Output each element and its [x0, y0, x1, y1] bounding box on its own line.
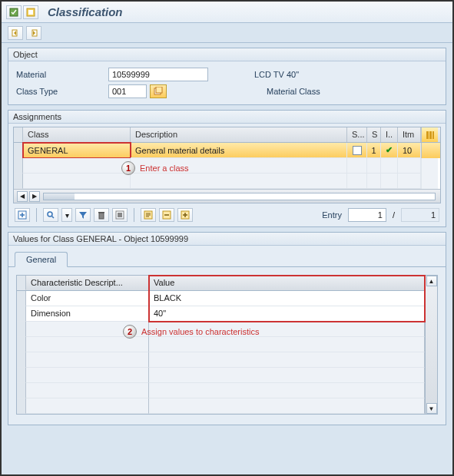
scrollbar-thumb[interactable] [44, 193, 75, 200]
entry-separator: / [393, 210, 395, 220]
scroll-right-icon[interactable]: ▶ [29, 191, 40, 202]
tab-general[interactable]: General [15, 252, 68, 267]
detail-icon[interactable] [141, 208, 156, 222]
cell-status-icon [381, 174, 398, 189]
expand-icon[interactable] [177, 208, 193, 222]
assignments-panel-header: Assignments [8, 111, 446, 124]
classtype-search-help-icon[interactable] [150, 84, 167, 98]
cell-item [398, 158, 421, 174]
assignments-header-row: Class Description S... S I.. Itm [14, 127, 440, 143]
table-row-empty[interactable] [17, 383, 425, 398]
row-selector[interactable] [17, 322, 26, 337]
table-row-empty[interactable] [17, 352, 425, 368]
cell-description [131, 174, 347, 189]
prev-object-icon[interactable] [8, 26, 23, 40]
column-header-icon[interactable]: I.. [381, 127, 398, 142]
table-row-empty[interactable] [17, 337, 425, 352]
cell-standard-checkbox [347, 158, 367, 174]
entry-current-input[interactable]: 1 [348, 208, 386, 222]
scroll-down-icon[interactable]: ▼ [426, 403, 437, 414]
material-description: LCD TV 40" [254, 70, 299, 79]
column-header-char-description[interactable]: Characteristic Descript... [26, 276, 149, 290]
svg-rect-12 [99, 213, 104, 219]
values-tab-strip: General [8, 246, 446, 267]
table-row[interactable]: Dimension 40" [17, 306, 425, 322]
filter-icon[interactable] [75, 208, 91, 222]
row-selector[interactable] [17, 291, 26, 306]
values-table: Characteristic Descript... Value Color B… [16, 275, 426, 415]
find-dropdown-icon[interactable]: ▾ [61, 208, 72, 222]
collapse-icon[interactable] [159, 208, 174, 222]
page-title: Classification [48, 5, 123, 18]
cell-class[interactable]: GENERAL [23, 143, 131, 158]
secondary-toolbar [2, 23, 452, 43]
row-selector[interactable] [14, 158, 23, 174]
row-selector[interactable] [17, 398, 26, 414]
material-input[interactable]: 10599999 [108, 68, 208, 81]
entry-label: Entry [322, 210, 342, 220]
values-vertical-scrollbar[interactable]: ▲ ▼ [426, 275, 438, 415]
new-entries-icon[interactable] [15, 208, 30, 222]
cell-class[interactable] [23, 174, 131, 189]
cell-standard-checkbox[interactable] [347, 143, 367, 158]
cell-status-number: 1 [367, 143, 381, 158]
row-end-cell [421, 158, 438, 174]
object-panel-header: Object [8, 48, 446, 61]
row-selector[interactable] [17, 306, 26, 322]
table-row-empty[interactable] [14, 158, 440, 174]
table-row-empty[interactable] [17, 398, 425, 414]
cell-char-value[interactable]: BLACK [149, 291, 425, 306]
svg-rect-13 [98, 212, 104, 213]
table-row-empty[interactable] [17, 368, 425, 383]
select-all-icon[interactable] [112, 208, 128, 222]
horizontal-scrollbar[interactable] [43, 193, 436, 200]
table-row[interactable]: Color BLACK [17, 291, 425, 306]
row-selector[interactable] [17, 368, 26, 383]
scroll-left-icon[interactable]: ◀ [17, 191, 28, 202]
material-label: Material [16, 70, 108, 79]
row-selector[interactable] [14, 143, 23, 158]
find-icon[interactable] [43, 208, 58, 222]
cell-status-icon: ✔ [381, 143, 398, 158]
table-row[interactable]: GENERAL General material details 1 ✔ 10 [14, 143, 440, 158]
check-icon: ✔ [386, 145, 393, 155]
callout-1-text: Enter a class [140, 164, 189, 173]
object-panel: Object Material 10599999 LCD TV 40" Clas… [8, 48, 446, 105]
title-bar: Classification [2, 2, 452, 23]
assignments-panel: Assignments Class Description S... S I..… [8, 110, 446, 227]
cell-char-value[interactable]: 40" [149, 306, 425, 322]
cell-standard-checkbox [347, 174, 367, 189]
row-end-cell [421, 174, 438, 189]
row-selector[interactable] [17, 352, 26, 368]
callout-1: 1 Enter a class [121, 161, 189, 175]
table-row-empty[interactable] [14, 174, 440, 189]
classtype-input[interactable]: 001 [108, 84, 147, 98]
scroll-up-icon[interactable]: ▲ [426, 276, 437, 286]
column-header-description[interactable]: Description [131, 127, 347, 142]
column-header-class[interactable]: Class [23, 127, 131, 142]
column-config-icon[interactable] [421, 127, 438, 142]
help-icon[interactable] [23, 5, 38, 19]
svg-rect-8 [429, 131, 432, 139]
column-header-value[interactable]: Value [149, 276, 425, 290]
checkbox-icon[interactable] [353, 146, 362, 155]
svg-rect-2 [28, 10, 33, 15]
row-selector[interactable] [17, 337, 26, 352]
cell-item [398, 174, 421, 189]
cell-description: General material details [131, 143, 347, 158]
row-selector[interactable] [17, 383, 26, 398]
column-header-standard[interactable]: S... [347, 127, 367, 142]
svg-rect-7 [426, 131, 429, 139]
cell-status-number [367, 158, 381, 174]
cell-class[interactable] [23, 158, 131, 174]
classtype-description: Material Class [267, 87, 320, 96]
callout-2: 2 Assign values to characteristics [123, 325, 259, 339]
cell-char-description: Color [26, 291, 149, 306]
column-header-item[interactable]: Itm [398, 127, 421, 142]
cell-status-number [367, 174, 381, 189]
next-object-icon[interactable] [26, 26, 41, 40]
delete-icon[interactable] [94, 208, 109, 222]
column-header-status[interactable]: S [367, 127, 381, 142]
row-selector[interactable] [14, 174, 23, 189]
menu-icon[interactable] [6, 5, 22, 19]
